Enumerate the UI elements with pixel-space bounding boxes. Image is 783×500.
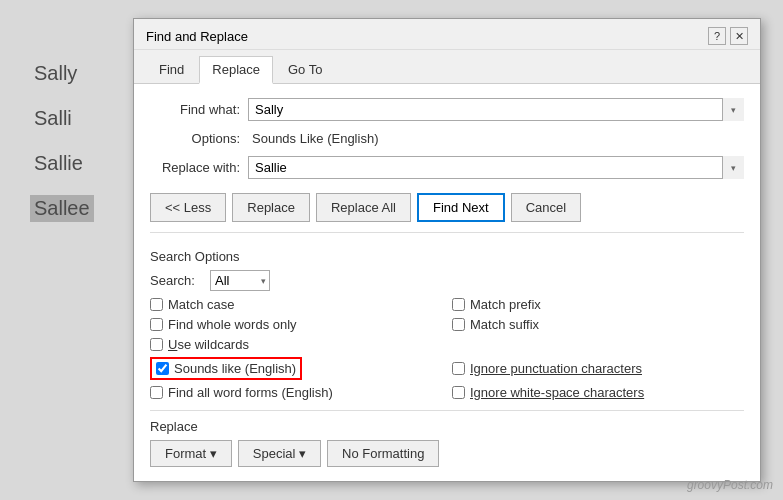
search-options-header: Search Options [150, 249, 744, 264]
whole-words-label[interactable]: Find whole words only [168, 317, 297, 332]
window-controls: ? ✕ [708, 27, 748, 45]
search-select-wrap: All Up Down ▾ [210, 270, 270, 291]
find-dropdown-btn[interactable]: ▾ [722, 98, 744, 121]
checkboxes-grid: Match case Match prefix Find whole words… [150, 297, 744, 400]
wildcards-label[interactable]: Use wildcards [168, 337, 249, 352]
find-row: Find what: ▾ [150, 98, 744, 121]
match-suffix-item: Match suffix [452, 317, 744, 332]
special-button[interactable]: Special ▾ [238, 440, 321, 467]
less-button[interactable]: << Less [150, 193, 226, 222]
sounds-like-label[interactable]: Sounds like (English) [174, 361, 296, 376]
tab-strip: Find Replace Go To [134, 50, 760, 84]
empty-cell-1 [452, 337, 744, 352]
format-buttons: Format ▾ Special ▾ No Formatting [150, 440, 744, 467]
format-button[interactable]: Format ▾ [150, 440, 232, 467]
ignore-space-checkbox[interactable] [452, 386, 465, 399]
help-button[interactable]: ? [708, 27, 726, 45]
replace-input[interactable] [248, 156, 744, 179]
replace-input-wrap: ▾ [248, 156, 744, 179]
close-button[interactable]: ✕ [730, 27, 748, 45]
whole-words-checkbox[interactable] [150, 318, 163, 331]
options-row: Options: Sounds Like (English) [150, 131, 744, 146]
search-select-row: Search: All Up Down ▾ [150, 270, 744, 291]
title-bar: Find and Replace ? ✕ [134, 19, 760, 50]
sounds-like-highlight: Sounds like (English) [150, 357, 302, 380]
word-forms-label[interactable]: Find all word forms (English) [168, 385, 333, 400]
find-label: Find what: [150, 102, 240, 117]
replace-section-label: Replace [150, 419, 744, 434]
match-case-item: Match case [150, 297, 442, 312]
match-prefix-checkbox[interactable] [452, 298, 465, 311]
whole-words-item: Find whole words only [150, 317, 442, 332]
ignore-punct-item: Ignore punctuation characters [452, 357, 744, 380]
search-select[interactable]: All Up Down [210, 270, 270, 291]
word-forms-item: Find all word forms (English) [150, 385, 442, 400]
action-buttons: << Less Replace Replace All Find Next Ca… [150, 193, 744, 222]
replace-bottom-section: Replace Format ▾ Special ▾ No Formatting [150, 410, 744, 467]
match-case-label[interactable]: Match case [168, 297, 234, 312]
find-next-button[interactable]: Find Next [417, 193, 505, 222]
match-suffix-label[interactable]: Match suffix [470, 317, 539, 332]
ignore-space-item: Ignore white-space characters [452, 385, 744, 400]
word-forms-checkbox[interactable] [150, 386, 163, 399]
ignore-punct-checkbox[interactable] [452, 362, 465, 375]
find-input-wrap: ▾ [248, 98, 744, 121]
tab-find[interactable]: Find [146, 56, 197, 83]
dialog-body: Find what: ▾ Options: Sounds Like (Engli… [134, 84, 760, 481]
sounds-like-checkbox[interactable] [156, 362, 169, 375]
search-label: Search: [150, 273, 210, 288]
replace-button[interactable]: Replace [232, 193, 310, 222]
sounds-like-item: Sounds like (English) [150, 357, 442, 380]
match-prefix-label[interactable]: Match prefix [470, 297, 541, 312]
watermark: groovyPost.com [687, 478, 773, 492]
search-options-section: Search Options Search: All Up Down ▾ [150, 232, 744, 400]
no-formatting-button[interactable]: No Formatting [327, 440, 439, 467]
match-prefix-item: Match prefix [452, 297, 744, 312]
options-label: Options: [150, 131, 240, 146]
replace-all-button[interactable]: Replace All [316, 193, 411, 222]
dialog-title: Find and Replace [146, 29, 248, 44]
find-replace-dialog: Find and Replace ? ✕ Find Replace Go To … [133, 18, 761, 482]
replace-row: Replace with: ▾ [150, 156, 744, 179]
match-suffix-checkbox[interactable] [452, 318, 465, 331]
ignore-punct-label[interactable]: Ignore punctuation characters [470, 361, 642, 376]
replace-label: Replace with: [150, 160, 240, 175]
ignore-space-label[interactable]: Ignore white-space characters [470, 385, 644, 400]
replace-dropdown-btn[interactable]: ▾ [722, 156, 744, 179]
cancel-button[interactable]: Cancel [511, 193, 581, 222]
options-value: Sounds Like (English) [252, 131, 378, 146]
wildcards-checkbox[interactable] [150, 338, 163, 351]
tab-goto[interactable]: Go To [275, 56, 335, 83]
match-case-checkbox[interactable] [150, 298, 163, 311]
wildcards-item: Use wildcards [150, 337, 442, 352]
tab-replace[interactable]: Replace [199, 56, 273, 84]
find-input[interactable] [248, 98, 744, 121]
